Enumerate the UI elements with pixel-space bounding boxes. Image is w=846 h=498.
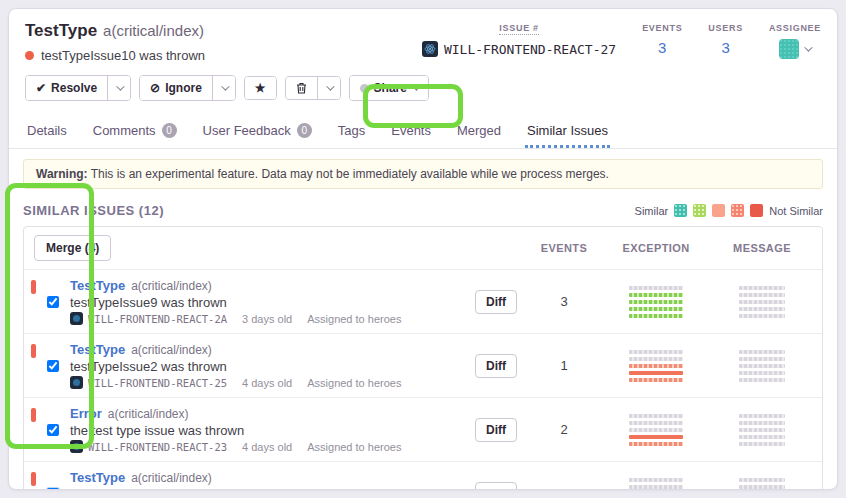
row-issue-culprit: a(critical/index) [131,343,212,357]
similar-issues-panel: Merge (4) EVENTS EXCEPTION MESSAGE TestT… [23,226,823,490]
message-similarity-bars [712,414,812,446]
diff-button[interactable]: Diff [475,418,517,442]
row-checkbox[interactable] [47,296,59,308]
tab-details[interactable]: Details [25,117,69,148]
exception-similarity-bars [600,478,712,491]
legend-square-red [750,204,763,217]
similarity-bar [739,442,785,446]
project-icon [70,376,83,389]
issue-culprit: a(critical/index) [103,22,204,39]
similarity-bar [739,364,785,368]
row-checkbox-wrap [46,487,60,491]
checkmark-icon: ✔ [36,82,46,94]
issue-detail-card: TestTypea(critical/index) testTypeIssue1… [8,8,838,490]
row-issue-title[interactable]: TestType [70,470,125,485]
issue-short-id-text: WILL-FRONTEND-REACT-27 [444,42,616,57]
exception-similarity-bars [600,414,712,446]
tab-tags[interactable]: Tags [336,117,367,148]
issue-header-left: TestTypea(critical/index) testTypeIssue1… [25,21,205,63]
diff-button[interactable]: Diff [475,482,517,491]
warning-text: This is an experimental feature. Data ma… [88,167,609,181]
project-icon [70,312,83,325]
panel-toolbar: Merge (4) EVENTS EXCEPTION MESSAGE [24,227,822,269]
row-age: 3 days old [242,313,292,325]
chevron-down-icon [805,43,813,51]
legend-square-teal-dot [674,204,687,217]
events-count[interactable]: 3 [658,39,666,56]
similarity-legend: Similar Not Similar [635,204,823,217]
similar-issue-row: Errora(critical/index) the test type iss… [24,397,822,461]
bookmark-button[interactable]: ★ [245,77,276,99]
legend-similar-label: Similar [635,205,669,217]
row-issue-message: the test type issue was thrown [70,423,401,438]
tab-label: Comments [93,123,156,138]
error-level-bar [31,408,36,422]
row-checkbox[interactable] [47,488,59,491]
users-label: USERS [708,23,743,33]
tab-events[interactable]: Events [389,117,433,148]
similarity-bar [629,378,683,382]
delete-dropdown-button[interactable] [317,77,340,99]
error-level-dot-icon [25,51,34,60]
users-count[interactable]: 3 [721,39,729,56]
tab-comments[interactable]: Comments0 [91,117,179,148]
row-issue-message: testTypeIssue6 was thrown [70,487,401,490]
similarity-bar [739,314,785,318]
tab-label: Tags [338,123,365,138]
resolve-button[interactable]: ✔Resolve [26,76,107,100]
similarity-bar [739,421,785,425]
row-issue-title[interactable]: TestType [70,342,125,357]
exception-similarity-bars [600,286,712,318]
issue-subtitle: testTypeIssue10 was thrown [41,48,205,63]
message-similarity-bars [712,478,812,491]
row-checkbox-wrap [46,423,60,437]
tab-count-badge: 0 [162,123,177,138]
error-level-bar [31,280,36,294]
row-short-id: WILL-FRONTEND-REACT-2A [88,313,227,325]
row-age: 4 days old [242,441,292,453]
warning-bold: Warning: [36,167,88,181]
react-project-icon [422,41,438,57]
row-checkbox[interactable] [47,360,59,372]
ignore-dropdown-button[interactable] [212,76,235,100]
diff-button[interactable]: Diff [475,354,517,378]
experimental-warning-banner: Warning: This is an experimental feature… [23,159,823,189]
share-button[interactable]: Share [350,76,428,100]
error-level-bar [31,472,36,486]
similarity-bar [629,478,683,482]
assignee-dropdown[interactable] [779,39,810,59]
page-title: TestType [25,21,97,40]
similarity-bar [629,286,683,290]
row-issue-title[interactable]: TestType [70,278,125,293]
row-checkbox[interactable] [47,424,59,436]
similarity-bar [629,350,683,354]
merge-button[interactable]: Merge (4) [34,235,111,261]
similarity-bar [629,314,683,318]
project-icon [70,440,83,453]
tab-similar-issues[interactable]: Similar Issues [525,117,610,148]
legend-squares [674,204,763,217]
row-issue-title[interactable]: Error [70,406,102,421]
similarity-bar [629,364,683,368]
diff-button[interactable]: Diff [475,290,517,314]
issue-number-label: ISSUE # [499,23,538,35]
issue-short-id[interactable]: WILL-FRONTEND-REACT-27 [422,41,616,57]
row-checkbox-wrap [46,359,60,373]
resolve-dropdown-button[interactable] [107,76,130,100]
action-bar: ✔Resolve ⊘Ignore ★ Share [9,67,837,111]
similarity-bar [739,371,785,375]
row-issue-culprit: a(critical/index) [131,471,212,485]
similarity-bar [629,428,683,432]
similarity-bar [739,286,785,290]
tab-user-feedback[interactable]: User Feedback0 [201,117,314,148]
similarity-bar [739,350,785,354]
ignore-button[interactable]: ⊘Ignore [140,76,212,100]
similarity-bar [739,428,785,432]
events-label: EVENTS [642,23,682,33]
row-issue-message: testTypeIssue2 was thrown [70,359,401,374]
similarity-bar [739,378,785,382]
similarity-bar [739,357,785,361]
trash-icon [296,82,307,94]
tab-merged[interactable]: Merged [455,117,503,148]
delete-button[interactable] [286,77,317,99]
